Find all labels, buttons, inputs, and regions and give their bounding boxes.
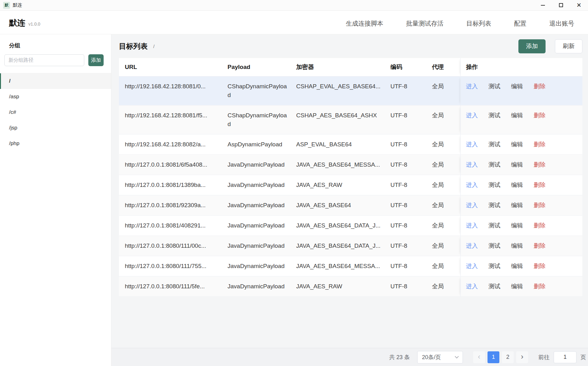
enter-link[interactable]: 进入	[466, 141, 478, 148]
maximize-button[interactable]	[552, 0, 570, 10]
cell-url: http://127.0.0.1:8080/111/00c...	[119, 236, 224, 256]
edit-link[interactable]: 编辑	[511, 202, 523, 208]
edit-link[interactable]: 编辑	[511, 141, 523, 148]
cell-encryptor: CSHAP_AES_BASE64_ASHX	[292, 105, 387, 134]
test-link[interactable]: 测试	[488, 141, 500, 148]
test-link[interactable]: 测试	[488, 222, 500, 229]
new-group-form: 添加	[0, 54, 111, 73]
cell-encoding: UTF-8	[387, 276, 428, 296]
delete-link[interactable]: 删除	[534, 222, 546, 229]
delete-link[interactable]: 删除	[534, 161, 546, 168]
delete-link[interactable]: 删除	[534, 263, 546, 269]
table-row[interactable]: http://192.168.42.128:8082/a... AspDynam…	[119, 134, 582, 155]
edit-link[interactable]: 编辑	[511, 242, 523, 249]
cell-url: http://127.0.0.1:8081/6f5a408...	[119, 155, 224, 175]
test-link[interactable]: 测试	[488, 283, 500, 290]
cell-url: http://192.168.42.128:8081/0...	[119, 76, 224, 105]
group-list-item[interactable]: /c#	[0, 105, 111, 120]
table-row[interactable]: http://127.0.0.1:8081/92309a... JavaDyna…	[119, 195, 582, 216]
group-item-label: /php	[9, 140, 19, 147]
cell-payload: CShapDynamicPayload	[224, 76, 292, 105]
page-header: 目标列表 / 添加 刷新	[119, 34, 582, 58]
group-list-item[interactable]: /php	[0, 136, 111, 151]
table-row[interactable]: http://192.168.42.128:8081/f5... CShapDy…	[119, 105, 582, 134]
enter-link[interactable]: 进入	[466, 83, 478, 90]
prev-page-button[interactable]: ‹	[473, 351, 485, 363]
cell-payload: AspDynamicPayload	[224, 134, 292, 154]
enter-link[interactable]: 进入	[466, 283, 478, 290]
test-link[interactable]: 测试	[488, 182, 500, 188]
nav-item[interactable]: 生成连接脚本	[346, 19, 383, 28]
cell-encryptor: ASP_EVAL_BASE64	[292, 134, 387, 154]
goto-page-input[interactable]	[554, 351, 576, 363]
test-link[interactable]: 测试	[488, 112, 500, 119]
delete-link[interactable]: 删除	[534, 83, 546, 90]
delete-link[interactable]: 删除	[534, 141, 546, 148]
delete-link[interactable]: 删除	[534, 202, 546, 208]
delete-link[interactable]: 删除	[534, 242, 546, 249]
test-link[interactable]: 测试	[488, 263, 500, 269]
delete-link[interactable]: 删除	[534, 112, 546, 119]
minimize-button[interactable]	[534, 0, 552, 10]
table-row[interactable]: http://127.0.0.1:8081/6f5a408... JavaDyn…	[119, 155, 582, 175]
new-group-input[interactable]	[4, 54, 84, 66]
enter-link[interactable]: 进入	[466, 182, 478, 188]
edit-link[interactable]: 编辑	[511, 112, 523, 119]
cell-encryptor: JAVA_AES_RAW	[292, 276, 387, 296]
test-link[interactable]: 测试	[488, 242, 500, 249]
enter-link[interactable]: 进入	[466, 112, 478, 119]
edit-link[interactable]: 编辑	[511, 283, 523, 290]
enter-link[interactable]: 进入	[466, 222, 478, 229]
table-row[interactable]: http://127.0.0.1:8081/408291... JavaDyna…	[119, 216, 582, 236]
cell-url: http://127.0.0.1:8080/111/755...	[119, 256, 224, 276]
cell-actions: 进入 测试 编辑 删除	[460, 134, 582, 154]
table-row[interactable]: http://127.0.0.1:8080/111/755... JavaDyn…	[119, 256, 582, 276]
cell-encoding: UTF-8	[387, 105, 428, 134]
nav-item[interactable]: 批量测试存活	[406, 19, 443, 28]
enter-link[interactable]: 进入	[466, 263, 478, 269]
table-row[interactable]: http://192.168.42.128:8081/0... CShapDyn…	[119, 76, 582, 105]
sidebar-groups: 分组 添加 / /asp /c# /jsp	[0, 34, 111, 366]
cell-encoding: UTF-8	[387, 155, 428, 175]
nav-item[interactable]: 退出账号	[549, 19, 574, 28]
edit-link[interactable]: 编辑	[511, 161, 523, 168]
group-list-item[interactable]: /	[0, 73, 111, 89]
edit-link[interactable]: 编辑	[511, 83, 523, 90]
test-link[interactable]: 测试	[488, 161, 500, 168]
brand-title: 默连	[9, 17, 25, 28]
test-link[interactable]: 测试	[488, 202, 500, 208]
cell-encoding: UTF-8	[387, 175, 428, 195]
group-list: / /asp /c# /jsp /php	[0, 73, 111, 151]
test-link[interactable]: 测试	[488, 83, 500, 90]
page-size-select[interactable]: 20条/页	[417, 351, 463, 364]
nav-item[interactable]: 目标列表	[466, 19, 491, 28]
table-row[interactable]: http://127.0.0.1:8081/1389ba... JavaDyna…	[119, 175, 582, 195]
refresh-button[interactable]: 刷新	[555, 39, 582, 53]
edit-link[interactable]: 编辑	[511, 182, 523, 188]
add-group-button[interactable]: 添加	[88, 54, 104, 66]
minimize-icon	[541, 5, 545, 6]
enter-link[interactable]: 进入	[466, 161, 478, 168]
edit-link[interactable]: 编辑	[511, 222, 523, 229]
next-page-button[interactable]: ›	[516, 351, 528, 363]
cell-encryptor: JAVA_AES_BASE64	[292, 195, 387, 215]
delete-link[interactable]: 删除	[534, 182, 546, 188]
group-list-item[interactable]: /jsp	[0, 120, 111, 136]
enter-link[interactable]: 进入	[466, 202, 478, 208]
nav-item[interactable]: 配置	[514, 19, 527, 28]
col-header-actions: 操作	[460, 58, 582, 76]
group-item-label: /asp	[9, 94, 19, 100]
add-target-button[interactable]: 添加	[518, 39, 546, 53]
table-header-row: URL Payload 加密器 编码 代理 操作	[119, 58, 582, 76]
delete-link[interactable]: 删除	[534, 283, 546, 290]
close-button[interactable]: ✕	[570, 0, 588, 10]
table-row[interactable]: http://127.0.0.1:8080/111/00c... JavaDyn…	[119, 236, 582, 256]
edit-link[interactable]: 编辑	[511, 263, 523, 269]
group-list-item[interactable]: /asp	[0, 89, 111, 105]
page-number-button[interactable]: 1	[488, 351, 499, 363]
table-row[interactable]: http://127.0.0.1:8080/111/5fe... JavaDyn…	[119, 276, 582, 297]
cell-payload: JavaDynamicPayload	[224, 276, 292, 296]
page-number-button[interactable]: 2	[502, 351, 514, 363]
enter-link[interactable]: 进入	[466, 242, 478, 249]
page-unit-label: 页	[581, 354, 586, 361]
